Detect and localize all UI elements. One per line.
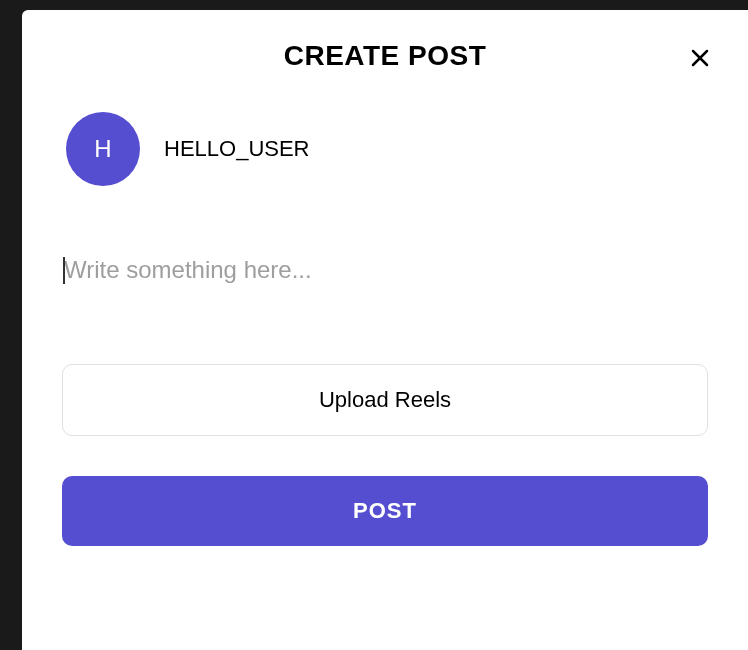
avatar-initial: H: [94, 135, 111, 163]
username: HELLO_USER: [164, 136, 310, 162]
upload-reels-button[interactable]: Upload Reels: [62, 364, 708, 436]
post-button[interactable]: POST: [62, 476, 708, 546]
modal-header: CREATE POST: [62, 40, 708, 72]
post-input-placeholder: Write something here...: [64, 256, 708, 284]
user-row: H HELLO_USER: [66, 112, 708, 186]
modal-title: CREATE POST: [284, 40, 487, 72]
close-button[interactable]: [684, 42, 716, 74]
post-input-wrapper[interactable]: Write something here...: [64, 256, 708, 284]
close-icon: [688, 46, 712, 70]
avatar: H: [66, 112, 140, 186]
create-post-modal: CREATE POST H HELLO_USER Write something…: [22, 10, 748, 650]
